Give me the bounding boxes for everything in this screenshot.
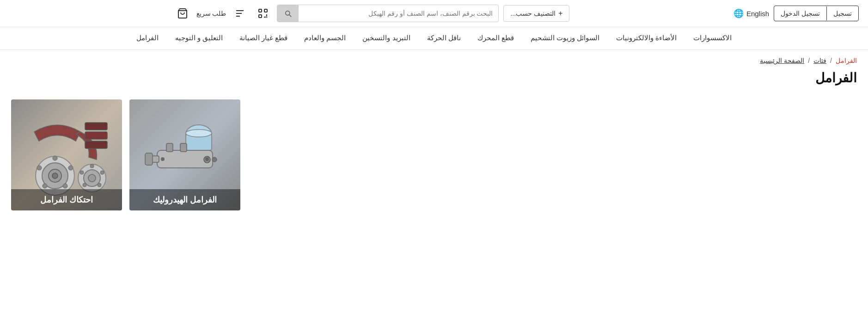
header-center: + التصنيف حسب... [15,5,728,22]
nav-item-suspension[interactable]: التعليق و التوجيه [167,27,231,49]
nav-item-accessories[interactable]: الاكسسوارات [685,27,740,49]
svg-point-32 [53,156,57,160]
breadcrumb-sep2: / [830,57,832,64]
svg-point-31 [52,173,58,179]
search-icon [284,9,292,18]
nav-item-fluids[interactable]: السوائل وزيوت التشحيم [522,27,608,49]
nav-item-body-exhaust[interactable]: الجسم والعادم [296,27,354,49]
hydraulic-brakes-label: الفرامل الهيدروليك [129,189,240,210]
svg-point-42 [98,183,101,187]
classify-label: التصنيف حسب... [510,10,556,17]
breadcrumb-home[interactable]: الصفحة الرئيسية [760,57,804,64]
svg-rect-27 [85,141,107,148]
breadcrumb-current: الفرامل [836,57,857,64]
barcode-icon [257,8,269,19]
svg-point-15 [186,130,212,137]
svg-rect-20 [145,153,153,165]
register-button[interactable]: تسجيل الدخول [774,6,826,21]
svg-point-44 [80,171,84,174]
svg-rect-18 [180,143,187,152]
svg-rect-17 [166,143,173,152]
search-input[interactable] [299,6,498,21]
nav-item-cooling[interactable]: التبريد والتسخين [354,27,418,49]
login-button[interactable]: تسجيل [827,6,858,21]
svg-point-23 [161,157,165,161]
filter-icon [234,8,245,19]
svg-point-22 [212,157,217,162]
breadcrumb-categories[interactable]: فئات [813,57,826,64]
header: تسجيل تسجيل الدخول English 🌐 + التصنيف ح… [0,0,868,27]
language-label: English [746,10,769,18]
plus-icon: + [558,9,562,18]
svg-rect-25 [85,123,107,130]
svg-line-6 [266,17,267,18]
brake-friction-label: احتكاك الفرامل [11,189,122,210]
svg-point-43 [83,183,86,187]
cart-icon [177,8,188,19]
filter-list-button[interactable] [231,6,249,21]
search-bar [277,5,499,22]
nav-item-brakes[interactable]: الفرامل [128,27,167,49]
quick-order-label: طلب سريع [196,10,226,17]
hydraulic-parts-svg [139,109,231,201]
svg-point-36 [37,166,42,170]
svg-point-34 [63,184,67,188]
svg-rect-26 [85,132,107,139]
auth-divider [826,6,827,20]
search-button[interactable] [277,5,299,22]
card-hydraulic-brakes[interactable]: الفرامل الهيدروليك [129,99,240,210]
main-nav: الاكسسوارات الأضاءة والالكترونيات السوائ… [0,27,868,50]
card-brake-friction[interactable]: احتكاك الفرامل [11,99,122,210]
nav-item-transmission[interactable]: ناقل الحركة [419,27,469,49]
svg-rect-1 [264,9,267,12]
header-left: تسجيل تسجيل الدخول English 🌐 [734,6,859,21]
svg-point-24 [205,157,209,161]
breadcrumb-bar: الفرامل / فئات / الصفحة الرئيسية [0,50,868,68]
auth-buttons: تسجيل تسجيل الدخول [774,6,859,21]
svg-rect-0 [259,9,262,12]
barcode-scan-button[interactable] [254,6,272,21]
nav-item-maintenance[interactable]: قطع غيار الصيانة [231,27,296,49]
svg-rect-2 [259,15,262,18]
svg-point-41 [100,171,104,174]
svg-point-40 [90,164,94,168]
globe-icon: 🌐 [734,8,744,19]
nav-item-lighting[interactable]: الأضاءة والالكترونيات [608,27,685,49]
svg-point-39 [88,174,96,182]
cards-section: الفرامل الهيدروليك [0,95,868,229]
svg-point-35 [43,184,47,188]
svg-point-33 [68,166,73,170]
nav-item-engine-parts[interactable]: قطع المحرك [469,27,522,49]
breadcrumb: الفرامل / فئات / الصفحة الرئيسية [760,57,857,64]
page-title: الفرامل [0,68,868,95]
classify-button[interactable]: + التصنيف حسب... [503,5,569,22]
breadcrumb-sep1: / [808,57,810,64]
language-button[interactable]: English 🌐 [734,8,769,19]
cart-button[interactable] [173,6,192,21]
friction-parts-svg [20,109,113,201]
